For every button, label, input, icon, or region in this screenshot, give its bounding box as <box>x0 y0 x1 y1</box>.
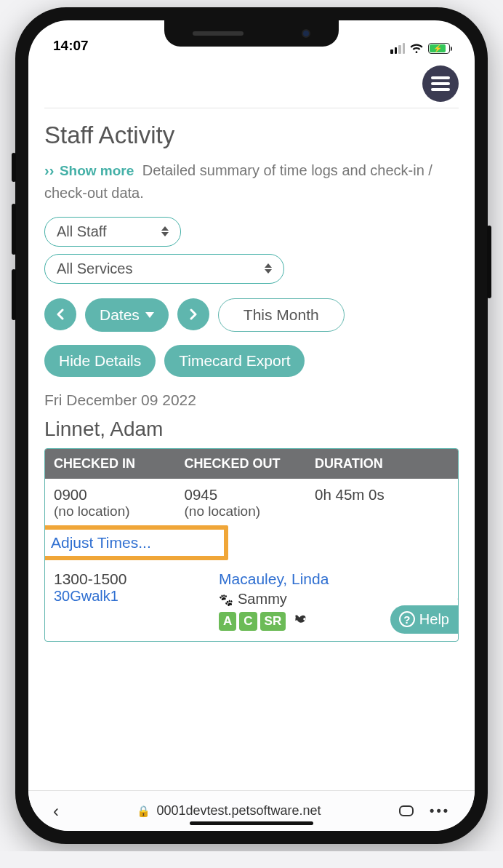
client-name-link[interactable]: Macauley, Linda <box>219 570 449 588</box>
staff-name-heading: Linnet, Adam <box>44 418 459 441</box>
help-label: Help <box>419 611 449 628</box>
side-button <box>12 153 16 182</box>
browser-back-button[interactable]: ‹ <box>53 801 59 821</box>
more-button[interactable]: ••• <box>430 803 450 819</box>
screen: 14:07 Staff Activity ›› Show more Detail… <box>28 20 475 831</box>
show-more-link[interactable]: Show more <box>60 163 134 178</box>
checkin-time: 0900 <box>54 486 185 503</box>
pet-name: Sammy <box>238 591 287 608</box>
hide-details-button[interactable]: Hide Details <box>44 345 156 377</box>
date-next-button[interactable] <box>177 298 209 330</box>
chevron-double-right-icon: ›› <box>44 162 54 178</box>
notch <box>164 20 339 47</box>
phone-frame: 14:07 Staff Activity ›› Show more Detail… <box>15 7 488 844</box>
help-button[interactable]: ? Help <box>390 605 459 634</box>
triangle-down-icon <box>145 312 154 318</box>
date-range-button[interactable]: This Month <box>218 298 345 332</box>
badge-a: A <box>219 612 236 631</box>
browser-toolbar: ‹ 🔒 0001devtest.petsoftware.net ••• <box>28 790 475 831</box>
checkout-location: (no location) <box>185 503 315 519</box>
timecard-export-button[interactable]: Timecard Export <box>164 345 305 377</box>
adjust-times-link[interactable]: Adjust Times... <box>51 534 151 551</box>
status-time: 14:07 <box>53 38 89 54</box>
home-indicator <box>190 821 313 825</box>
dates-button-label: Dates <box>100 306 140 324</box>
checkout-time: 0945 <box>185 486 315 503</box>
badge-sr: SR <box>260 612 286 631</box>
staff-filter-select[interactable]: All Staff <box>44 217 181 247</box>
hamburger-menu-button[interactable] <box>422 65 459 102</box>
lock-icon: 🔒 <box>137 805 150 818</box>
checkin-location: (no location) <box>54 503 185 519</box>
staff-filter-value: All Staff <box>57 223 107 239</box>
date-heading: Fri December 09 2022 <box>44 391 459 409</box>
table-row: 0900 (no location) 0945 (no location) 0h… <box>45 479 458 521</box>
help-icon: ? <box>399 611 415 627</box>
th-checked-out: CHECKED OUT <box>185 456 315 471</box>
volume-down-button <box>12 269 16 320</box>
service-time-range: 1300-1500 <box>54 570 216 588</box>
service-filter-value: All Services <box>57 260 132 276</box>
url-text: 0001devtest.petsoftware.net <box>156 803 321 819</box>
page-description-row: ›› Show more Detailed summary of time lo… <box>44 159 459 204</box>
select-caret-icon <box>265 263 272 274</box>
service-filter-select[interactable]: All Services <box>44 254 284 284</box>
adjust-times-row: Adjust Times... <box>44 527 458 559</box>
paw-icon <box>219 591 233 608</box>
select-caret-icon <box>161 226 169 236</box>
tabs-button[interactable] <box>399 805 414 816</box>
activity-card: CHECKED IN CHECKED OUT DURATION 0900 (no… <box>44 448 459 642</box>
chevron-left-icon <box>56 308 65 320</box>
power-button <box>487 226 491 298</box>
battery-icon <box>428 43 450 54</box>
table-header: CHECKED IN CHECKED OUT DURATION <box>45 449 458 479</box>
th-checked-in: CHECKED IN <box>54 456 185 471</box>
key-icon <box>293 613 307 630</box>
page-title: Staff Activity <box>44 122 459 149</box>
service-code-link[interactable]: 30Gwalk1 <box>54 588 216 605</box>
volume-up-button <box>12 204 16 255</box>
address-bar[interactable]: 🔒 0001devtest.petsoftware.net <box>137 803 321 819</box>
page-content: Staff Activity ›› Show more Detailed sum… <box>28 55 475 790</box>
chevron-right-icon <box>189 308 198 320</box>
th-duration: DURATION <box>315 456 449 471</box>
duration-value: 0h 45m 0s <box>315 486 449 503</box>
wifi-icon <box>409 42 424 54</box>
badge-c: C <box>239 612 257 631</box>
date-prev-button[interactable] <box>44 298 76 330</box>
cell-signal-icon <box>390 43 405 54</box>
dates-dropdown-button[interactable]: Dates <box>85 298 169 332</box>
